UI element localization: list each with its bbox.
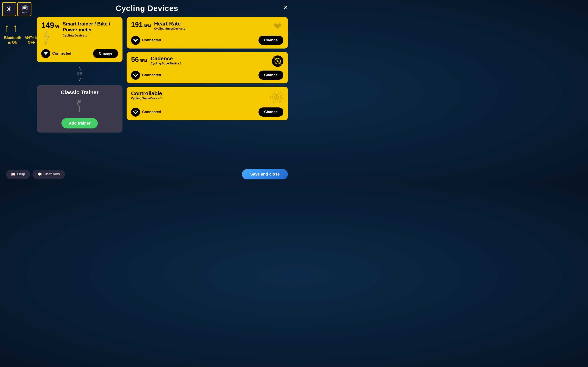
or-divider: ∧ OR ∨	[37, 65, 122, 83]
controllable-top: Controllable Cycling SuperDevice 1	[131, 90, 283, 105]
smart-trainer-unit: W	[55, 24, 60, 29]
cadence-icon	[272, 55, 283, 67]
heart-rate-footer: Connected Change	[131, 36, 283, 45]
smart-trainer-change-button[interactable]: Change	[93, 49, 118, 58]
cadence-wifi-icon	[131, 71, 140, 80]
help-button[interactable]: 📖 Help	[6, 170, 30, 179]
smart-trainer-wifi-icon	[41, 49, 50, 58]
annotations-area: ↑ ↑ Bluetooth is ON ANT+ is OFF	[4, 22, 38, 45]
heart-rate-subtitle: Cycling SuperDevice 1	[154, 27, 185, 30]
heart-rate-connected-row: Connected	[131, 36, 161, 45]
lightning-icon-area	[41, 31, 60, 46]
heart-rate-wifi-icon	[131, 36, 140, 45]
wifi-icon-controllable	[133, 109, 138, 115]
controllable-status: Connected	[142, 110, 161, 114]
close-button[interactable]: ×	[284, 4, 288, 11]
or-text: OR	[77, 72, 82, 76]
controllable-connected-row: Connected	[131, 108, 161, 117]
header: Cycling Devices ×	[0, 0, 294, 17]
heart-rate-value: 191	[131, 21, 143, 28]
chevron-down-icon: ∨	[78, 77, 81, 82]
heart-rate-card: 191 BPM Heart Rate Cycling SuperDevice 1	[127, 17, 288, 49]
svg-point-11	[276, 94, 277, 96]
heart-rate-unit: BPM	[144, 24, 151, 27]
controllable-title-block: Controllable Cycling SuperDevice 1	[131, 90, 267, 100]
smart-trainer-card: 149 W Smart trainer / Bike / Power meter…	[37, 17, 122, 62]
controllable-wifi-icon	[131, 108, 140, 117]
chevron-up-icon: ∧	[78, 66, 81, 71]
classic-trainer-card: Classic Trainer Add trainer	[37, 85, 122, 133]
controllable-icon-area	[270, 90, 283, 105]
heart-rate-title: Heart Rate	[154, 21, 185, 27]
hook-icon-area	[41, 100, 118, 115]
hook-icon	[73, 100, 86, 114]
arrows-row: ↑ ↑	[4, 22, 18, 33]
save-close-button[interactable]: Save and close	[242, 169, 288, 179]
cadence-subtitle: Cycling SuperDevice 1	[151, 62, 182, 65]
controllable-title: Controllable	[131, 90, 267, 97]
controllable-icon	[270, 90, 283, 104]
cadence-top: 56 RPM Cadence Cycling SuperDevice 1	[131, 55, 283, 68]
smart-trainer-value: 149	[41, 21, 54, 30]
heart-rate-change-button[interactable]: Change	[259, 36, 283, 45]
bottom-left-buttons: 📖 Help 💬 Chat now	[6, 170, 65, 179]
add-trainer-button[interactable]: Add trainer	[61, 118, 98, 128]
chat-label: Chat now	[43, 172, 60, 176]
antplus-annotation: ANT+ is OFF	[25, 35, 38, 45]
controllable-card: Controllable Cycling SuperDevice 1	[127, 87, 288, 120]
book-icon: 📖	[11, 172, 16, 176]
chat-button[interactable]: 💬 Chat now	[33, 170, 65, 179]
smart-trainer-title: Smart trainer / Bike / Power meter	[63, 21, 118, 33]
heart-icon	[272, 21, 283, 32]
controllable-subtitle: Cycling SuperDevice 1	[131, 97, 267, 100]
cadence-connected-row: Connected	[131, 71, 161, 80]
svg-marker-1	[44, 31, 49, 45]
cadence-change-button[interactable]: Change	[259, 71, 283, 80]
bottom-bar: 📖 Help 💬 Chat now Save and close	[0, 169, 294, 179]
smart-trainer-subtitle: Cycling Device 1	[63, 34, 118, 37]
cadence-status: Connected	[142, 73, 161, 77]
bluetooth-annotation: Bluetooth is ON	[4, 35, 21, 45]
cadence-title: Cadence	[151, 55, 182, 62]
wifi-icon-cadence	[133, 73, 138, 78]
cadence-card: 56 RPM Cadence Cycling SuperDevice 1	[127, 52, 288, 83]
lightning-icon	[41, 31, 52, 45]
smart-trainer-connected-row: Connected	[41, 49, 71, 58]
cadence-value: 56	[131, 55, 139, 63]
left-column: 149 W Smart trainer / Bike / Power meter…	[37, 17, 122, 133]
smart-trainer-header: 149 W Smart trainer / Bike / Power meter…	[41, 21, 118, 46]
page-title: Cycling Devices	[116, 4, 178, 13]
right-column: 191 BPM Heart Rate Cycling SuperDevice 1	[127, 17, 288, 133]
heart-rate-value-block: 191 BPM	[131, 21, 151, 29]
cadence-value-block: 56 RPM	[131, 55, 147, 63]
smart-trainer-title-block: Smart trainer / Bike / Power meter Cycli…	[63, 21, 118, 37]
wifi-icon	[43, 51, 48, 56]
heart-icon-area	[272, 21, 283, 33]
cadence-title-block: Cadence Cycling SuperDevice 1	[151, 55, 182, 65]
cadence-icon-area	[272, 55, 283, 68]
smart-trainer-value-block: 149 W	[41, 21, 60, 46]
controllable-footer: Connected Change	[131, 108, 283, 117]
smart-trainer-status: Connected	[52, 51, 71, 56]
heart-rate-title-block: Heart Rate Cycling SuperDevice 1	[154, 21, 185, 30]
heart-rate-status: Connected	[142, 38, 161, 42]
smart-trainer-footer: Connected Change	[41, 49, 118, 58]
svg-point-7	[277, 60, 278, 62]
arrow-antplus: ↑	[13, 22, 18, 33]
cadence-unit: RPM	[140, 59, 147, 62]
help-label: Help	[17, 172, 25, 176]
main-content: 149 W Smart trainer / Bike / Power meter…	[0, 17, 294, 133]
heart-rate-top: 191 BPM Heart Rate Cycling SuperDevice 1	[131, 21, 283, 33]
arrow-bluetooth: ↑	[4, 22, 9, 33]
chat-icon: 💬	[37, 172, 42, 176]
wifi-icon-hr	[133, 38, 138, 43]
classic-trainer-title: Classic Trainer	[41, 89, 118, 96]
controllable-change-button[interactable]: Change	[259, 108, 283, 117]
cadence-footer: Connected Change	[131, 71, 283, 80]
